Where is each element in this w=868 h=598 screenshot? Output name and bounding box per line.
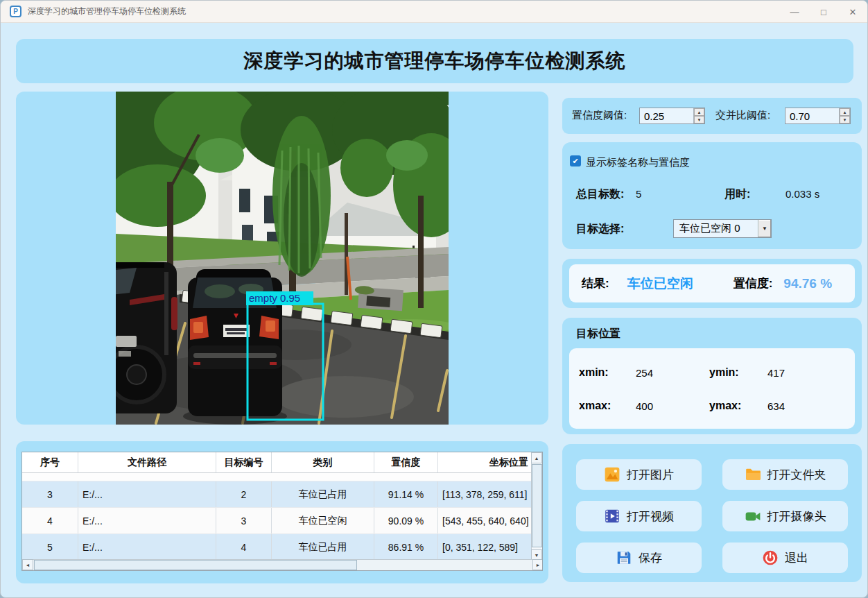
target-position-title: 目标位置: [576, 327, 620, 341]
confidence-threshold-input[interactable]: [640, 108, 693, 123]
spin-down-icon[interactable]: ▼: [694, 116, 704, 123]
show-labels-label[interactable]: 显示标签名称与置信度: [586, 156, 690, 169]
minimize-button[interactable]: —: [780, 1, 809, 23]
dropdown-arrow-icon[interactable]: ▼: [758, 220, 771, 237]
cell-confidence[interactable]: 91.14 %: [374, 481, 438, 507]
vertical-scroll-thumb[interactable]: [532, 464, 542, 547]
ymax-value: 634: [767, 400, 785, 412]
horizontal-scroll-thumb[interactable]: [34, 560, 357, 570]
target-position-panel: 目标位置 xmin: 254 ymin: 417 xmax: 400 ymax:…: [562, 318, 862, 434]
results-table: 序号 文件路径 目标编号 类别 置信度 坐标位置 3 E:/... 2 车位已占…: [21, 452, 543, 571]
open-video-label: 打开视频: [627, 509, 674, 524]
camera-icon: [745, 508, 761, 524]
check-icon: ✔: [572, 157, 578, 166]
table-header-row: 序号 文件路径 目标编号 类别 置信度 坐标位置: [22, 452, 532, 473]
result-confidence-value: 94.76 %: [783, 276, 832, 291]
app-icon: P: [10, 6, 21, 17]
cell-target[interactable]: 3: [216, 508, 272, 533]
col-header-index: 序号: [22, 452, 78, 472]
result-panel: 结果: 车位已空闲 置信度: 94.76 %: [562, 259, 862, 308]
app-window: P 深度学习的城市管理停车场停车位检测系统 — □ ✕ 深度学习的城市管理停车场…: [0, 0, 868, 598]
spin-up-icon[interactable]: ▲: [840, 108, 850, 116]
col-header-coords: 坐标位置: [438, 452, 532, 472]
xmin-label: xmin:: [579, 366, 609, 378]
result-value: 车位已空闲: [627, 275, 693, 293]
cell-coords[interactable]: [543, 455, 640, 640]: [438, 508, 532, 533]
target-position-box: xmin: 254 ymin: 417 xmax: 400 ymax: 634: [569, 348, 855, 429]
open-camera-button[interactable]: 打开摄像头: [722, 501, 848, 531]
open-camera-label: 打开摄像头: [767, 509, 826, 524]
result-label: 结果:: [582, 275, 609, 291]
xmin-value: 254: [636, 367, 653, 379]
target-select-value: 车位已空闲 0: [674, 222, 758, 235]
exit-button[interactable]: 退出: [722, 543, 848, 573]
iou-threshold-spinbox[interactable]: ▲ ▼: [785, 108, 851, 124]
table-row-partial[interactable]: [22, 473, 532, 481]
cell-coords[interactable]: [0, 351, 122, 589]: [438, 534, 532, 560]
header-panel: 深度学习的城市管理停车场停车位检测系统: [16, 39, 853, 83]
col-header-confidence: 置信度: [374, 452, 438, 472]
cell-confidence[interactable]: 86.91 %: [374, 534, 438, 560]
horizontal-scrollbar[interactable]: ◄ ►: [22, 559, 543, 570]
save-icon: [616, 549, 632, 566]
cell-class[interactable]: 车位已占用: [272, 481, 374, 507]
col-header-class: 类别: [272, 452, 374, 472]
cell-coords[interactable]: [113, 378, 259, 611]: [438, 481, 532, 507]
scroll-up-icon[interactable]: ▲: [531, 452, 542, 463]
cell-target[interactable]: 4: [216, 534, 272, 560]
action-buttons-panel: 打开图片 打开文件夹 打开视频: [562, 444, 862, 582]
scroll-left-icon[interactable]: ◄: [22, 559, 33, 570]
target-select-dropdown[interactable]: 车位已空闲 0 ▼: [673, 219, 772, 238]
cell-path[interactable]: E:/...: [78, 534, 216, 560]
total-targets-label: 总目标数:: [576, 187, 624, 202]
open-image-button[interactable]: 打开图片: [576, 459, 702, 490]
open-video-button[interactable]: 打开视频: [576, 501, 702, 531]
result-confidence-label: 置信度:: [734, 275, 773, 291]
cell-index[interactable]: 4: [22, 508, 78, 533]
exit-label: 退出: [785, 550, 808, 566]
table-row[interactable]: 3 E:/... 2 车位已占用 91.14 % [113, 378, 259,…: [22, 481, 532, 508]
cell-class[interactable]: 车位已占用: [272, 534, 374, 560]
open-image-label: 打开图片: [627, 467, 674, 483]
ymin-value: 417: [767, 367, 785, 379]
ymax-label: ymax:: [709, 400, 741, 411]
save-button[interactable]: 保存: [576, 543, 702, 573]
total-targets-value: 5: [636, 188, 641, 200]
vertical-scrollbar[interactable]: ▲ ▼: [531, 452, 542, 561]
detection-image: FAKULTAS ILMU BUDAYA: [116, 92, 449, 425]
open-folder-button[interactable]: 打开文件夹: [722, 459, 848, 490]
spin-up-icon[interactable]: ▲: [694, 108, 704, 116]
cell-target[interactable]: 2: [216, 481, 272, 507]
close-button[interactable]: ✕: [838, 1, 867, 23]
open-folder-label: 打开文件夹: [767, 467, 826, 483]
confidence-threshold-spinbox[interactable]: ▲ ▼: [639, 108, 705, 124]
iou-threshold-input[interactable]: [785, 108, 839, 123]
video-icon: [604, 508, 620, 524]
cell-path[interactable]: E:/...: [78, 508, 216, 533]
window-title: 深度学习的城市管理停车场停车位检测系统: [28, 6, 186, 17]
maximize-button[interactable]: □: [809, 1, 838, 23]
col-header-path: 文件路径: [78, 452, 216, 472]
scroll-right-icon[interactable]: ►: [532, 559, 543, 570]
table-row[interactable]: 4 E:/... 3 车位已空闲 90.09 % [543, 455, 640,…: [22, 508, 532, 534]
table-row[interactable]: 5 E:/... 4 车位已占用 86.91 % [0, 351, 122, 5…: [22, 534, 532, 561]
cell-index[interactable]: 5: [22, 534, 78, 560]
page-title: 深度学习的城市管理停车场停车位检测系统: [244, 48, 626, 74]
cell-path[interactable]: E:/...: [78, 481, 216, 507]
time-value: 0.033 s: [785, 188, 819, 200]
spin-down-icon[interactable]: ▼: [840, 116, 850, 123]
result-box: 结果: 车位已空闲 置信度: 94.76 %: [569, 264, 855, 302]
power-icon: [762, 549, 779, 566]
image-icon: [604, 466, 620, 483]
show-labels-checkbox[interactable]: ✔: [570, 155, 581, 166]
cell-confidence[interactable]: 90.09 %: [374, 508, 438, 533]
window-titlebar: P 深度学习的城市管理停车场停车位检测系统 — □ ✕: [1, 1, 867, 23]
cell-index[interactable]: 3: [22, 481, 78, 507]
ymin-label: ymin:: [709, 366, 739, 378]
results-table-panel: 序号 文件路径 目标编号 类别 置信度 坐标位置 3 E:/... 2 车位已占…: [16, 441, 548, 583]
confidence-threshold-label: 置信度阈值:: [572, 109, 627, 122]
threshold-panel: 置信度阈值: ▲ ▼ 交并比阈值: ▲ ▼: [562, 98, 862, 134]
detection-label: empty 0.95: [249, 292, 300, 304]
cell-class[interactable]: 车位已空闲: [272, 508, 374, 533]
car-left: [116, 262, 177, 413]
